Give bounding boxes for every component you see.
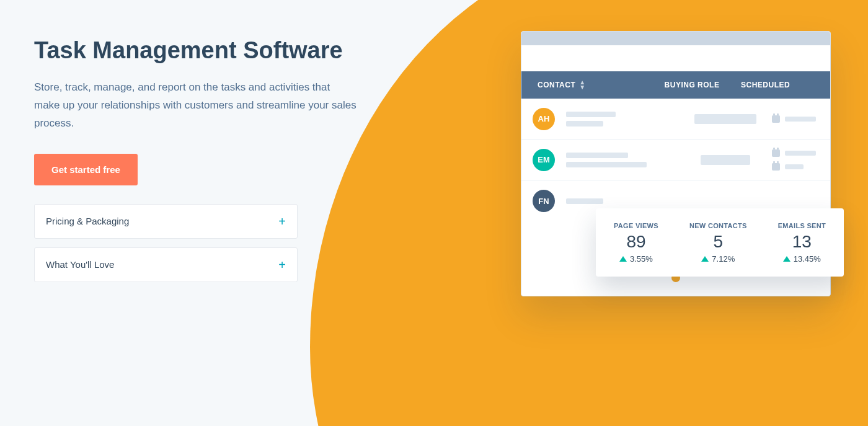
accordion-label: Pricing & Packaging (46, 216, 129, 226)
accordion-item-pricing[interactable]: Pricing & Packaging + (34, 204, 298, 239)
accordion-label: What You'll Love (46, 259, 114, 270)
page-title: Task Management Software (34, 37, 381, 64)
plus-icon: + (278, 215, 286, 228)
hero-copy: Task Management Software Store, track, m… (34, 37, 381, 291)
plus-icon: + (278, 259, 286, 271)
accordion: Pricing & Packaging + What You'll Love + (34, 204, 298, 282)
hero-section: Task Management Software Store, track, m… (0, 0, 868, 291)
page-subtitle: Store, track, manage, and report on the … (34, 79, 356, 133)
get-started-button[interactable]: Get started free (34, 154, 138, 185)
accordion-item-what-youll-love[interactable]: What You'll Love + (34, 247, 298, 282)
